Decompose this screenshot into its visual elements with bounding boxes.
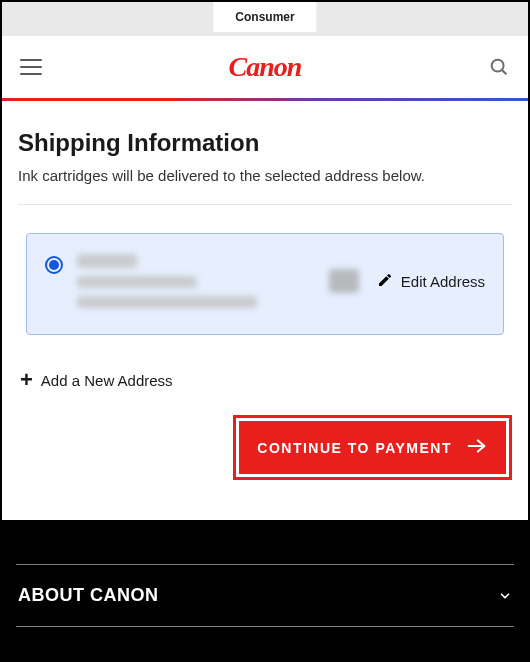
- address-text-redacted: [77, 254, 315, 308]
- footer-about-row[interactable]: ABOUT CANON: [16, 565, 514, 626]
- edit-address-button[interactable]: Edit Address: [377, 272, 485, 291]
- pencil-icon: [377, 272, 393, 291]
- continue-to-payment-button[interactable]: CONTINUE TO PAYMENT: [239, 421, 506, 474]
- footer-divider-bottom: [16, 626, 514, 627]
- canon-logo[interactable]: Canon: [229, 51, 302, 83]
- search-icon[interactable]: [488, 56, 510, 78]
- main-content: Shipping Information Ink cartridges will…: [2, 101, 528, 540]
- chevron-down-icon: [498, 589, 512, 603]
- address-thumb-redacted: [329, 269, 359, 293]
- svg-point-0: [492, 60, 504, 72]
- arrow-right-icon: [466, 435, 488, 460]
- section-divider: [18, 204, 512, 205]
- site-header: Canon: [2, 36, 528, 98]
- top-segment-bar: Consumer: [2, 2, 528, 36]
- add-address-button[interactable]: + Add a New Address: [20, 369, 512, 391]
- menu-icon[interactable]: [20, 59, 42, 75]
- page-title: Shipping Information: [18, 129, 512, 157]
- svg-line-1: [502, 70, 506, 74]
- address-radio[interactable]: [45, 256, 63, 274]
- edit-address-label: Edit Address: [401, 273, 485, 290]
- cta-highlight-box: CONTINUE TO PAYMENT: [233, 415, 512, 480]
- site-footer: ABOUT CANON: [2, 520, 528, 660]
- add-address-label: Add a New Address: [41, 372, 173, 389]
- segment-tab-consumer[interactable]: Consumer: [213, 2, 316, 32]
- plus-icon: +: [20, 369, 33, 391]
- footer-about-label: ABOUT CANON: [18, 585, 159, 606]
- page-subtitle: Ink cartridges will be delivered to the …: [18, 167, 512, 184]
- address-card[interactable]: Edit Address: [26, 233, 504, 335]
- cta-label: CONTINUE TO PAYMENT: [257, 440, 452, 456]
